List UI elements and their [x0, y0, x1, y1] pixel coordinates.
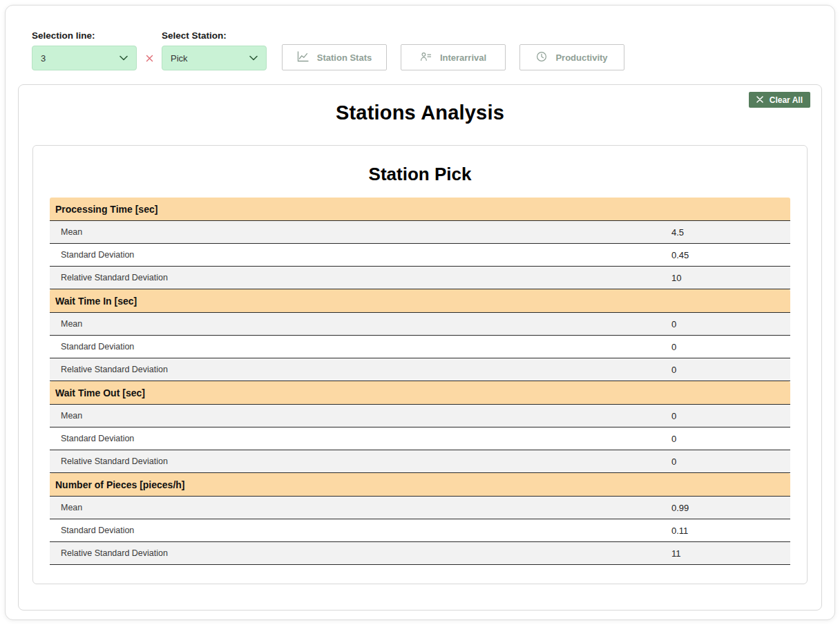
section-header: Wait Time Out [sec]	[50, 381, 790, 405]
station-card: Station Pick Processing Time [sec]Mean4.…	[32, 145, 808, 584]
people-icon	[420, 51, 432, 64]
table-row: Mean0	[50, 405, 790, 427]
row-value: 0.11	[671, 526, 790, 536]
productivity-button-label: Productivity	[555, 52, 607, 63]
close-icon	[756, 95, 763, 105]
table-row: Mean0.99	[50, 497, 790, 519]
section-header: Wait Time In [sec]	[50, 289, 790, 313]
row-value: 11	[671, 548, 790, 559]
productivity-button[interactable]: Productivity	[519, 44, 624, 70]
table-row: Standard Deviation0	[50, 427, 790, 450]
select-station-label: Select Station:	[162, 30, 267, 41]
remove-line-icon[interactable]	[137, 46, 162, 70]
row-label: Relative Standard Deviation	[50, 548, 671, 558]
section-header: Number of Pieces [pieces/h]	[50, 473, 790, 497]
selection-line-value: 3	[41, 53, 46, 64]
row-value: 0	[671, 434, 790, 444]
app-window: Selection line: 3 Select Station: Pick	[5, 5, 835, 620]
row-label: Standard Deviation	[50, 434, 671, 443]
row-label: Standard Deviation	[50, 250, 671, 260]
row-label: Standard Deviation	[50, 526, 671, 535]
select-station-select[interactable]: Pick	[162, 46, 267, 70]
table-row: Standard Deviation0	[50, 336, 790, 358]
row-value: 4.5	[671, 227, 790, 238]
row-value: 0	[671, 319, 790, 329]
table-row: Relative Standard Deviation0	[50, 450, 790, 473]
table-row: Relative Standard Deviation11	[50, 542, 790, 565]
selection-line-label: Selection line:	[32, 30, 137, 41]
row-value: 0.45	[671, 250, 790, 260]
chevron-down-icon	[120, 55, 128, 61]
select-station-field: Select Station: Pick	[162, 30, 267, 70]
row-value: 10	[671, 273, 790, 283]
station-stats-button[interactable]: Station Stats	[282, 44, 387, 70]
table-row: Relative Standard Deviation10	[50, 267, 790, 289]
selection-line-select[interactable]: 3	[32, 46, 137, 70]
clock-icon	[536, 51, 547, 64]
clear-all-label: Clear All	[770, 95, 803, 105]
row-label: Relative Standard Deviation	[50, 365, 671, 374]
table-row: Mean4.5	[50, 221, 790, 244]
station-card-title: Station Pick	[50, 164, 790, 185]
stations-analysis-panel: Clear All Stations Analysis Station Pick…	[18, 84, 822, 610]
row-label: Relative Standard Deviation	[50, 456, 671, 466]
select-station-value: Pick	[171, 53, 188, 64]
row-value: 0	[671, 411, 790, 421]
interarrival-button-label: Interarrival	[440, 52, 486, 63]
line-chart-icon	[297, 51, 309, 64]
row-value: 0	[671, 342, 790, 352]
stats-table: Processing Time [sec]Mean4.5Standard Dev…	[50, 198, 790, 565]
row-label: Mean	[50, 503, 671, 512]
selection-line-field: Selection line: 3	[32, 30, 137, 70]
row-label: Standard Deviation	[50, 342, 671, 352]
table-row: Standard Deviation0.45	[50, 244, 790, 267]
station-stats-button-label: Station Stats	[317, 52, 372, 63]
clear-all-button[interactable]: Clear All	[749, 92, 810, 108]
toolbar: Selection line: 3 Select Station: Pick	[6, 6, 834, 70]
page-title: Stations Analysis	[19, 102, 821, 124]
row-label: Mean	[50, 227, 671, 237]
row-value: 0	[671, 365, 790, 375]
row-value: 0	[671, 456, 790, 467]
row-label: Mean	[50, 319, 671, 329]
row-label: Relative Standard Deviation	[50, 273, 671, 282]
section-header: Processing Time [sec]	[50, 198, 790, 221]
row-value: 0.99	[671, 503, 790, 513]
chevron-down-icon	[249, 55, 258, 61]
interarrival-button[interactable]: Interarrival	[401, 44, 506, 70]
row-label: Mean	[50, 411, 671, 421]
table-row: Standard Deviation0.11	[50, 519, 790, 542]
table-row: Mean0	[50, 313, 790, 336]
table-row: Relative Standard Deviation0	[50, 358, 790, 381]
